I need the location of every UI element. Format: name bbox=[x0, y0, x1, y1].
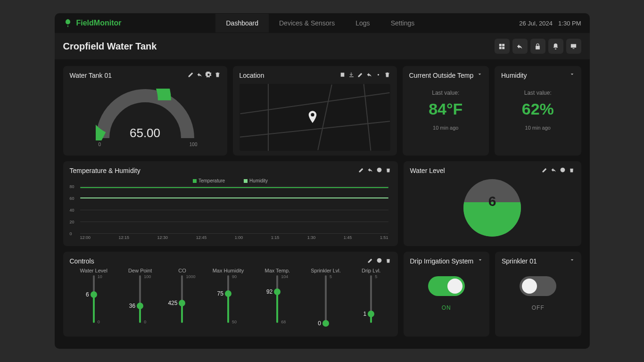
slider-max-humidity[interactable]: Max Humidity 90 75 50 bbox=[213, 268, 244, 323]
edit-icon[interactable] bbox=[542, 167, 548, 173]
display-button[interactable] bbox=[566, 39, 581, 54]
legend-humidity: Humidity bbox=[244, 178, 268, 183]
page-title: Cropfield Water Tank bbox=[63, 41, 157, 52]
card-title: Humidity bbox=[501, 72, 527, 79]
stat-sublabel: Last value: bbox=[501, 90, 575, 96]
leaf-icon bbox=[63, 18, 73, 28]
stat-time: 10 min ago bbox=[409, 125, 483, 131]
header-date: 26 Jul, 2024 bbox=[519, 20, 553, 27]
titlebar: Cropfield Water Tank bbox=[55, 33, 590, 59]
topbar: FieldMonitor DashboardDevices & SensorsL… bbox=[55, 13, 590, 33]
brand-logo: FieldMonitor bbox=[63, 18, 122, 28]
trash-icon[interactable] bbox=[215, 72, 221, 78]
nav-tab-settings[interactable]: Settings bbox=[380, 14, 425, 33]
trash-icon[interactable] bbox=[385, 167, 391, 173]
gauge-value: 65.00 bbox=[130, 126, 160, 140]
controls-card: Controls Water Level 10 6 0 Dew Point 10… bbox=[63, 252, 398, 337]
slider-dew-point[interactable]: Dew Point 100 36 0 bbox=[128, 268, 152, 323]
grid-view-button[interactable] bbox=[495, 39, 510, 54]
chevron-down-icon[interactable] bbox=[478, 257, 483, 263]
card-title: Temperature & Humidity bbox=[70, 167, 140, 174]
water-level-card: Water Level 6 bbox=[404, 161, 581, 246]
undo-button[interactable] bbox=[512, 39, 528, 54]
svg-point-3 bbox=[377, 258, 381, 263]
card-title: Water Level bbox=[410, 167, 445, 174]
toggle-state: ON bbox=[410, 304, 483, 311]
trash-icon[interactable] bbox=[569, 167, 575, 173]
brand-text: FieldMonitor bbox=[76, 19, 122, 27]
content-area: Water Tank 01 65.00 0 100 bbox=[55, 59, 590, 349]
gear-icon[interactable] bbox=[206, 72, 212, 78]
temp-humidity-chart-card: Temperature & Humidity Temperature Humid… bbox=[63, 161, 398, 246]
location-card: Location bbox=[233, 66, 397, 156]
nav-tab-logs[interactable]: Logs bbox=[345, 14, 380, 33]
gauge-min: 0 bbox=[99, 142, 101, 147]
gear-icon[interactable] bbox=[376, 167, 382, 173]
app-window: FieldMonitor DashboardDevices & SensorsL… bbox=[55, 13, 590, 349]
drip-irrigation-toggle[interactable] bbox=[428, 276, 465, 296]
card-title: Sprinkler 01 bbox=[502, 257, 537, 265]
nav-tab-devices-sensors[interactable]: Devices & Sensors bbox=[269, 14, 345, 33]
drip-irrigation-card: Drip Irrigation System ON bbox=[404, 252, 490, 337]
temp-stat-card: Current Outside Temp Last value: 84°F 10… bbox=[403, 66, 489, 156]
toggle-state: OFF bbox=[502, 304, 575, 311]
card-title: Drip Irrigation System bbox=[410, 257, 474, 265]
edit-icon[interactable] bbox=[367, 257, 373, 263]
slider-co[interactable]: CO 1000 425 bbox=[173, 268, 191, 323]
gear-icon[interactable] bbox=[560, 167, 566, 173]
nav-tab-dashboard[interactable]: Dashboard bbox=[215, 14, 269, 33]
gauge-max: 100 bbox=[190, 142, 198, 147]
sprinkler-toggle[interactable] bbox=[520, 276, 556, 296]
download-icon[interactable] bbox=[348, 72, 355, 78]
location-map[interactable] bbox=[239, 84, 390, 151]
chevron-down-icon[interactable] bbox=[477, 72, 482, 77]
undo-icon[interactable] bbox=[197, 72, 203, 78]
svg-point-1 bbox=[377, 168, 381, 173]
undo-icon[interactable] bbox=[367, 167, 373, 173]
trash-icon[interactable] bbox=[385, 257, 391, 263]
chevron-down-icon[interactable] bbox=[570, 72, 575, 77]
stat-value: 62% bbox=[501, 100, 575, 118]
calendar-icon[interactable] bbox=[339, 72, 346, 78]
edit-icon[interactable] bbox=[357, 72, 363, 78]
undo-icon[interactable] bbox=[551, 167, 557, 173]
header-time: 1:30 PM bbox=[558, 20, 581, 27]
humidity-stat-card: Humidity Last value: 62% 10 min ago bbox=[495, 66, 581, 156]
undo-icon[interactable] bbox=[366, 72, 372, 78]
stat-sublabel: Last value: bbox=[409, 90, 483, 96]
slider-drip-lvl-[interactable]: Drip Lvl. 5 1 bbox=[362, 268, 380, 323]
notifications-button[interactable] bbox=[548, 39, 563, 54]
slider-max-temp-[interactable]: Max Temp. 104 92 68 bbox=[264, 268, 290, 323]
card-title: Water Tank 01 bbox=[70, 72, 112, 79]
legend-temperature: Temperature bbox=[193, 178, 225, 183]
water-level-pie: 6 bbox=[463, 179, 521, 237]
stat-time: 10 min ago bbox=[501, 125, 575, 131]
svg-point-0 bbox=[377, 74, 379, 75]
chevron-down-icon[interactable] bbox=[570, 257, 575, 263]
slider-water-level[interactable]: Water Level 10 6 0 bbox=[80, 268, 107, 323]
map-pin-icon bbox=[307, 111, 318, 125]
trash-icon[interactable] bbox=[384, 72, 390, 78]
water-level-value: 6 bbox=[488, 193, 496, 209]
stat-value: 84°F bbox=[409, 100, 483, 118]
lock-button[interactable] bbox=[530, 39, 545, 54]
line-chart: 020406080 bbox=[80, 186, 388, 233]
sprinkler-card: Sprinkler 01 OFF bbox=[495, 252, 581, 337]
edit-icon[interactable] bbox=[188, 72, 194, 78]
edit-icon[interactable] bbox=[358, 167, 364, 173]
svg-point-2 bbox=[560, 168, 565, 173]
card-title: Location bbox=[239, 72, 264, 79]
slider-sprinkler-lvl-[interactable]: Sprinkler Lvl. 5 0 bbox=[311, 268, 341, 323]
gear-icon[interactable] bbox=[376, 257, 382, 263]
card-title: Current Outside Temp bbox=[409, 72, 474, 79]
gear-icon[interactable] bbox=[375, 72, 381, 78]
water-tank-card: Water Tank 01 65.00 0 100 bbox=[63, 66, 227, 156]
card-title: Controls bbox=[70, 257, 94, 265]
chart-legend: Temperature Humidity bbox=[70, 178, 391, 183]
